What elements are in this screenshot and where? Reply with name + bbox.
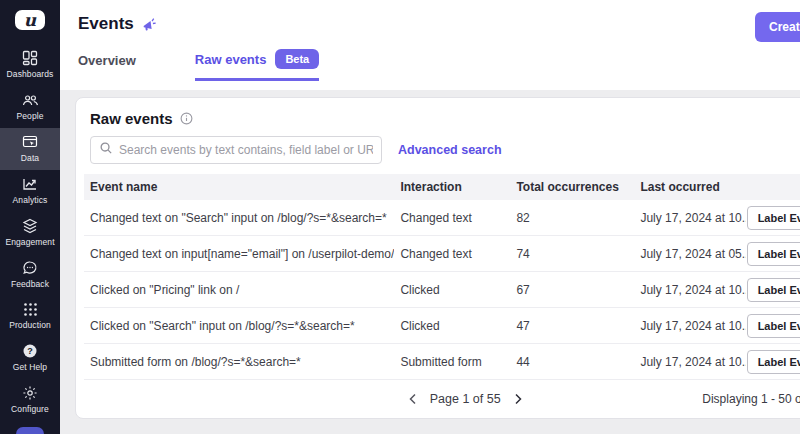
- table-row: Changed text on "Search" input on /blog/…: [84, 200, 800, 236]
- next-page-icon[interactable]: [513, 393, 523, 405]
- event-name-cell: Submitted form on /blog/?s=*&search=*: [84, 355, 394, 369]
- column-header-last-occurred: Last occurred: [634, 180, 746, 194]
- last-occurred-cell: July 17, 2024 at 10...: [634, 283, 746, 297]
- occurrences-cell: 82: [510, 211, 634, 225]
- occurrences-cell: 74: [510, 247, 634, 261]
- production-icon: [23, 302, 38, 317]
- people-icon: [22, 92, 39, 108]
- interaction-cell: Clicked: [394, 283, 510, 297]
- sidebar-item-label: Get Help: [13, 362, 47, 372]
- help-icon: ?: [22, 343, 38, 359]
- table-row: Changed text on input[name="email"] on /…: [84, 236, 800, 272]
- sidebar-item-label: Engagement: [5, 237, 54, 247]
- search-row: Advanced search: [90, 136, 800, 164]
- column-header-event-name: Event name: [84, 180, 394, 194]
- last-occurred-cell: July 17, 2024 at 05...: [634, 247, 746, 261]
- app-root: u Dashboards People: [0, 0, 800, 434]
- column-header-total-occurrences: Total occurrences: [510, 180, 634, 194]
- sidebar-item-dashboards[interactable]: Dashboards: [0, 44, 60, 86]
- analytics-icon: [22, 176, 38, 192]
- occurrences-cell: 44: [510, 355, 634, 369]
- table-row: Submitted form on /blog/?s=*&search=* Su…: [84, 344, 800, 380]
- raw-events-card: Raw events: [75, 97, 800, 419]
- announcement-megaphone-icon: [141, 16, 158, 33]
- tabs: Overview Raw events Beta: [78, 49, 800, 81]
- sidebar-item-label: Configure: [11, 404, 49, 414]
- label-event-button[interactable]: Label Event: [747, 278, 800, 302]
- main-area: Events Create Event Overview Raw events …: [60, 0, 800, 434]
- beta-badge: Beta: [275, 49, 319, 69]
- tab-label: Overview: [78, 53, 136, 68]
- interaction-cell: Changed text: [394, 247, 510, 261]
- sidebar-item-label: Analytics: [13, 195, 48, 205]
- configure-icon: [22, 385, 38, 401]
- sidebar-item-label: Production: [9, 320, 51, 330]
- sidebar-item-analytics[interactable]: Analytics: [0, 170, 60, 212]
- info-icon[interactable]: [180, 112, 193, 125]
- last-occurred-cell: July 17, 2024 at 10...: [634, 319, 746, 333]
- page-header: Events Create Event Overview Raw events …: [60, 0, 800, 90]
- event-name-cell: Changed text on input[name="email"] on /…: [84, 247, 394, 261]
- sidebar-item-label: People: [16, 111, 43, 121]
- occurrences-cell: 67: [510, 283, 634, 297]
- search-input[interactable]: [119, 143, 373, 157]
- label-event-button[interactable]: Label Event: [747, 350, 800, 374]
- sidebar-item-engagement[interactable]: Engagement: [0, 212, 60, 254]
- data-icon: [22, 134, 38, 150]
- event-name-cell: Changed text on "Search" input on /blog/…: [84, 211, 394, 225]
- events-table: Event name Interaction Total occurrences…: [84, 174, 800, 380]
- column-header-interaction: Interaction: [394, 180, 510, 194]
- label-event-button[interactable]: Label Event: [747, 314, 800, 338]
- feedback-icon: [22, 260, 38, 276]
- table-footer: Page 1 of 55 Displaying 1 - 50 of 2,739: [90, 380, 800, 418]
- sidebar-item-people[interactable]: People: [0, 86, 60, 128]
- sidebar-item-configure[interactable]: Configure: [0, 379, 60, 421]
- interaction-cell: Submitted form: [394, 355, 510, 369]
- user-avatar[interactable]: MU: [16, 427, 44, 434]
- occurrences-cell: 47: [510, 319, 634, 333]
- sidebar: u Dashboards People: [0, 0, 60, 434]
- sidebar-item-get-help[interactable]: ? Get Help: [0, 337, 60, 379]
- userpilot-logo[interactable]: u: [15, 10, 45, 30]
- last-occurred-cell: July 17, 2024 at 10...: [634, 355, 746, 369]
- table-row: Clicked on "Pricing" link on / Clicked 6…: [84, 272, 800, 308]
- interaction-cell: Clicked: [394, 319, 510, 333]
- create-event-button[interactable]: Create Event: [755, 12, 800, 42]
- sidebar-item-feedback[interactable]: Feedback: [0, 254, 60, 296]
- tab-raw-events[interactable]: Raw events Beta: [195, 49, 319, 81]
- pagination: Page 1 of 55: [408, 392, 523, 406]
- sidebar-item-label: Dashboards: [7, 69, 54, 79]
- sidebar-item-data[interactable]: Data: [0, 128, 60, 170]
- event-name-cell: Clicked on "Pricing" link on /: [84, 283, 394, 297]
- label-event-button[interactable]: Label Event: [747, 206, 800, 230]
- logo-letter: u: [24, 10, 36, 30]
- displaying-count: Displaying 1 - 50 of 2,739: [702, 392, 800, 406]
- interaction-cell: Changed text: [394, 211, 510, 225]
- label-event-button[interactable]: Label Event: [747, 242, 800, 266]
- page-indicator: Page 1 of 55: [430, 392, 501, 406]
- sidebar-item-production[interactable]: Production: [0, 296, 60, 337]
- table-row: Clicked on "Search" input on /blog/?s=*&…: [84, 308, 800, 344]
- search-box: [90, 136, 382, 164]
- page-title: Events: [78, 14, 134, 34]
- dashboards-icon: [22, 50, 38, 66]
- tab-label: Raw events: [195, 52, 267, 67]
- previous-page-icon[interactable]: [408, 393, 418, 405]
- advanced-search-link[interactable]: Advanced search: [398, 143, 502, 157]
- sidebar-item-label: Feedback: [11, 279, 49, 289]
- content-area: Raw events: [60, 90, 800, 434]
- card-title: Raw events: [90, 110, 173, 127]
- svg-text:?: ?: [27, 346, 33, 356]
- last-occurred-cell: July 17, 2024 at 10...: [634, 211, 746, 225]
- tab-overview[interactable]: Overview: [78, 49, 136, 81]
- sidebar-bottom: Production ? Get Help C: [0, 296, 60, 434]
- table-header-row: Event name Interaction Total occurrences…: [84, 174, 800, 200]
- sidebar-item-label: Data: [21, 153, 39, 163]
- event-name-cell: Clicked on "Search" input on /blog/?s=*&…: [84, 319, 394, 333]
- search-icon: [99, 141, 113, 159]
- engagement-icon: [22, 218, 38, 234]
